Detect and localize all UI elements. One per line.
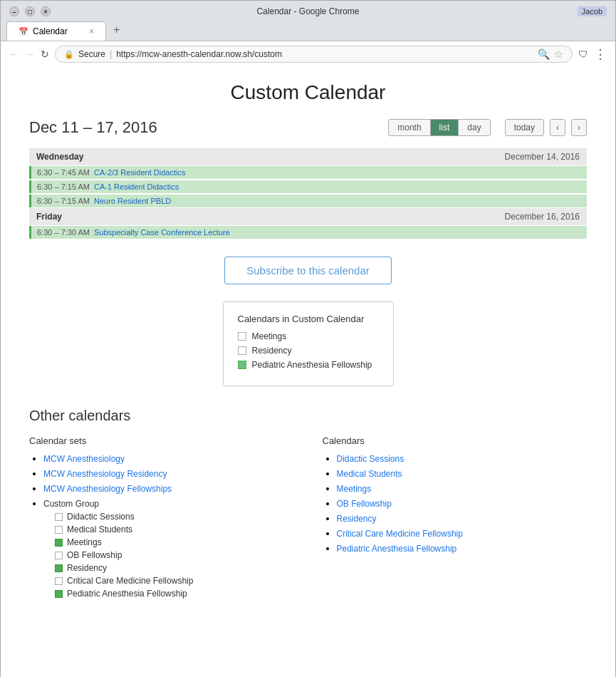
new-tab-btn[interactable]: + bbox=[106, 19, 127, 41]
calendar-sets-col: Calendar sets MCW Anesthesiology MCW Ane… bbox=[29, 435, 294, 603]
sub-item-cc: Critical Care Medicine Fellowship bbox=[55, 576, 294, 586]
cal-item-residency: Residency bbox=[238, 346, 379, 356]
wednesday-label: Wednesday bbox=[29, 148, 257, 165]
lock-icon: 🔒 bbox=[64, 50, 74, 59]
sub-item-meetings: Meetings bbox=[55, 537, 294, 547]
addressbar: ← → ↻ 🔒 Secure | https://mcw-anesth-cale… bbox=[1, 41, 615, 67]
residency-sub-checkbox[interactable] bbox=[55, 564, 63, 572]
mcw-anesthesiology-fellowships-link[interactable]: MCW Anesthesiology Fellowships bbox=[43, 484, 172, 494]
today-btn[interactable]: today bbox=[505, 119, 544, 136]
url-protocol: Secure bbox=[78, 49, 105, 59]
tab-close-btn[interactable]: × bbox=[89, 26, 94, 36]
subscribe-section: Subscribe to this calendar bbox=[29, 257, 587, 284]
cal-list-item-cc: Critical Care Medicine Fellowship bbox=[337, 528, 588, 539]
two-columns: Calendar sets MCW Anesthesiology MCW Ane… bbox=[29, 435, 587, 603]
residency-sub-label: Residency bbox=[67, 563, 107, 573]
medical-students-link[interactable]: Medical Students bbox=[337, 469, 402, 479]
meetings-link[interactable]: Meetings bbox=[337, 484, 372, 494]
meetings-label: Meetings bbox=[252, 331, 287, 341]
meetings-sub-checkbox[interactable] bbox=[55, 539, 63, 547]
event-time-2: 6:30 – 7:15 AM bbox=[37, 182, 90, 191]
calendars-col-title: Calendars bbox=[323, 435, 588, 446]
prev-btn[interactable]: ‹ bbox=[550, 119, 565, 136]
cc-checkbox[interactable] bbox=[55, 577, 63, 585]
bookmark-icon: ☆ bbox=[554, 48, 563, 60]
calendar-sets-list: MCW Anesthesiology MCW Anesthesiology Re… bbox=[29, 453, 294, 599]
ob-fellowship-link[interactable]: OB Fellowship bbox=[337, 499, 392, 509]
day-view-btn[interactable]: day bbox=[459, 120, 489, 135]
custom-group-label: Custom Group bbox=[43, 499, 99, 509]
reload-btn[interactable]: ↻ bbox=[41, 48, 49, 60]
ob-label: OB Fellowship bbox=[67, 550, 122, 560]
cc-medicine-link[interactable]: Critical Care Medicine Fellowship bbox=[337, 529, 463, 539]
calendars-box-title: Calendars in Custom Calendar bbox=[238, 314, 379, 324]
forward-btn[interactable]: → bbox=[25, 48, 35, 60]
search-icon: 🔍 bbox=[538, 48, 550, 60]
maximize-btn[interactable]: □ bbox=[25, 6, 35, 16]
event-title-4: Subspecialty Case Conference Lecture bbox=[94, 228, 230, 237]
peds-checkbox[interactable] bbox=[238, 361, 246, 369]
mcw-anesthesiology-residency-link[interactable]: MCW Anesthesiology Residency bbox=[43, 469, 167, 479]
residency-label: Residency bbox=[252, 346, 292, 356]
month-view-btn[interactable]: month bbox=[389, 120, 430, 135]
minimize-btn[interactable]: – bbox=[9, 6, 19, 16]
cal-list-item-ob: OB Fellowship bbox=[337, 498, 588, 509]
calendar-header: Dec 11 – 17, 2016 month list day today ‹… bbox=[29, 118, 587, 137]
event-time-4: 6:30 – 7:30 AM bbox=[37, 228, 90, 237]
event-item-2[interactable]: 6:30 – 7:15 AM CA-1 Resident Didactics bbox=[29, 180, 587, 193]
active-tab[interactable]: 📅 Calendar × bbox=[6, 21, 106, 41]
calendars-box: Calendars in Custom Calendar Meetings Re… bbox=[223, 301, 394, 386]
meetings-sub-label: Meetings bbox=[67, 537, 102, 547]
event-time-3: 6:30 – 7:15 AM bbox=[37, 197, 90, 205]
event-row-1: 6:30 – 7:45 AM CA-2/3 Resident Didactics bbox=[29, 165, 587, 180]
nav-buttons: today ‹ › bbox=[505, 119, 587, 136]
friday-label: Friday bbox=[29, 208, 257, 225]
residency-checkbox[interactable] bbox=[238, 346, 246, 355]
mcw-anesthesiology-link[interactable]: MCW Anesthesiology bbox=[43, 454, 125, 464]
event-item-4[interactable]: 6:30 – 7:30 AM Subspecialty Case Confere… bbox=[29, 226, 587, 239]
residency-link[interactable]: Residency bbox=[337, 514, 377, 524]
calendar-table: Wednesday December 14, 2016 6:30 – 7:45 … bbox=[29, 148, 587, 239]
list-item-mcw-fellowships: MCW Anesthesiology Fellowships bbox=[43, 483, 294, 494]
peds-anesthesia-label: Pediatric Anesthesia Fellowship bbox=[67, 589, 187, 599]
event-row-4: 6:30 – 7:30 AM Subspecialty Case Confere… bbox=[29, 225, 587, 239]
next-btn[interactable]: › bbox=[571, 119, 587, 136]
cal-list-item-peds-anesthesia: Pediatric Anesthesia Fellowship bbox=[337, 543, 588, 554]
peds-anesthesia-checkbox[interactable] bbox=[55, 590, 63, 598]
view-buttons: month list day bbox=[388, 119, 490, 136]
window-title: Calendar - Google Chrome bbox=[52, 6, 564, 16]
calendar-sets-title: Calendar sets bbox=[29, 435, 294, 446]
event-item-1[interactable]: 6:30 – 7:45 AM CA-2/3 Resident Didactics bbox=[29, 166, 587, 179]
list-view-btn[interactable]: list bbox=[431, 120, 459, 135]
page-title: Custom Calendar bbox=[29, 81, 587, 104]
url-bar[interactable]: 🔒 Secure | https://mcw-anesth-calendar.n… bbox=[55, 46, 573, 63]
event-title-2: CA-1 Resident Didactics bbox=[94, 182, 179, 191]
med-students-label: Medical Students bbox=[67, 524, 132, 534]
event-title-3: Neuro Resident PBLD bbox=[94, 197, 171, 205]
browser-window: – □ × Calendar - Google Chrome Jacob 📅 C… bbox=[0, 0, 616, 677]
page-content: Custom Calendar Dec 11 – 17, 2016 month … bbox=[1, 67, 615, 677]
sub-item-peds-anesthesia: Pediatric Anesthesia Fellowship bbox=[55, 589, 294, 599]
event-row-3: 6:30 – 7:15 AM Neuro Resident PBLD bbox=[29, 194, 587, 208]
event-title-1: CA-2/3 Resident Didactics bbox=[94, 168, 185, 177]
cal-item-meetings: Meetings bbox=[238, 331, 379, 341]
url-separator: | bbox=[110, 49, 112, 59]
subscribe-button[interactable]: Subscribe to this calendar bbox=[224, 257, 392, 284]
event-item-3[interactable]: 6:30 – 7:15 AM Neuro Resident PBLD bbox=[29, 195, 587, 207]
didactic-checkbox[interactable] bbox=[55, 513, 63, 521]
list-item-mcw: MCW Anesthesiology bbox=[43, 453, 294, 464]
back-btn[interactable]: ← bbox=[9, 48, 19, 60]
med-students-checkbox[interactable] bbox=[55, 526, 63, 534]
wednesday-date: December 14, 2016 bbox=[257, 148, 587, 165]
tab-label: Calendar bbox=[33, 26, 68, 36]
close-btn[interactable]: × bbox=[41, 6, 51, 16]
didactic-sessions-link[interactable]: Didactic Sessions bbox=[337, 454, 404, 464]
other-calendars-section: Other calendars Calendar sets MCW Anesth… bbox=[29, 408, 587, 603]
peds-anesthesia-fellowship-link[interactable]: Pediatric Anesthesia Fellowship bbox=[337, 544, 457, 554]
calendars-col: Calendars Didactic Sessions Medical Stud… bbox=[323, 435, 588, 603]
titlebar: – □ × Calendar - Google Chrome Jacob bbox=[1, 1, 615, 16]
meetings-checkbox[interactable] bbox=[238, 332, 246, 341]
chrome-menu-btn[interactable]: ⋮ bbox=[594, 46, 607, 62]
ob-checkbox[interactable] bbox=[55, 552, 63, 559]
cal-list-item-residency: Residency bbox=[337, 513, 588, 524]
